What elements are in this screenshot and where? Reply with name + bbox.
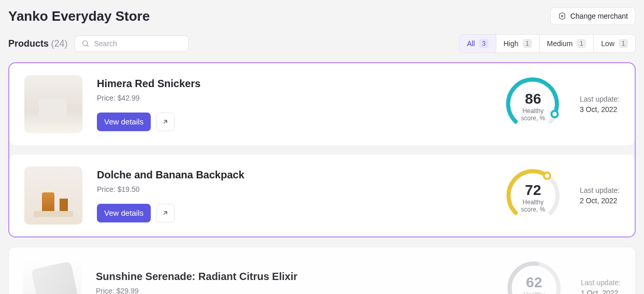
last-update-label: Last update: [581,278,621,287]
last-update-label: Last update: [580,186,620,194]
products-count: (24) [51,38,67,49]
filter-count-badge: 3 [479,39,489,48]
products-label: Products [8,38,49,49]
healthy-score-gauge: 86 Healthyscore, % [504,75,562,133]
filter-medium[interactable]: Medium 1 [539,35,594,52]
score-label: Healthyscore, % [504,107,562,122]
product-thumbnail [24,166,82,225]
search-input[interactable] [94,39,182,48]
filter-low[interactable]: Low 1 [593,35,635,52]
svg-point-6 [544,173,550,179]
svg-point-0 [561,15,563,17]
last-update-value: 1 Oct, 2022 [581,289,621,294]
filter-label: Low [601,39,614,48]
external-link-icon [162,209,169,217]
filter-count-badge: 1 [577,39,586,48]
score-value: 86 [504,91,562,107]
score-label: Healthyscore, % [504,199,562,214]
filter-label: High [504,39,519,48]
product-title: Dolche and Banana Backpack [97,169,490,181]
filter-count-badge: 1 [619,39,628,48]
product-thumbnail [24,75,82,133]
healthy-score-gauge: 62 Healthy [505,259,563,294]
open-external-button[interactable] [156,204,175,222]
products-heading: Products (24) [8,38,67,49]
change-merchant-label: Change merchant [570,12,628,20]
svg-line-3 [164,120,167,123]
product-price: Price: $42.99 [97,94,490,102]
svg-line-2 [87,45,89,47]
last-update-label: Last update: [580,95,620,103]
product-title: Sunshine Serenade: Radiant Citrus Elixir [96,271,491,283]
healthy-score-gauge: 72 Healthyscore, % [504,166,562,225]
view-details-button[interactable]: Vew details [97,113,151,131]
view-details-button[interactable]: Vew details [97,204,151,222]
filter-high[interactable]: High 1 [496,35,539,52]
product-card: Dolche and Banana Backpack Price: $19.50… [9,155,635,236]
product-card: Sunshine Serenade: Radiant Citrus Elixir… [8,247,636,294]
filter-group: All 3 High 1 Medium 1 Low 1 [459,34,636,53]
svg-point-1 [83,41,88,46]
open-external-button[interactable] [156,113,175,131]
search-icon [81,39,90,48]
product-card: Himera Red Snickers Price: $42.99 Vew de… [9,63,635,145]
product-price: Price: $19.50 [97,185,490,193]
change-merchant-button[interactable]: Change merchant [550,7,636,25]
score-value: 62 [505,274,563,291]
external-link-icon [162,118,169,125]
store-title: Yanko Everyday Store [8,8,150,24]
filter-all[interactable]: All 3 [460,35,496,52]
product-price: Price: $29.99 [96,287,491,295]
svg-line-5 [164,212,167,215]
score-value: 72 [504,182,562,199]
highlighted-product-group: Himera Red Snickers Price: $42.99 Vew de… [8,62,636,237]
merchant-icon [558,12,566,20]
filter-label: All [467,39,475,48]
filter-count-badge: 1 [523,39,532,48]
last-update-value: 2 Oct, 2022 [580,197,620,205]
filter-label: Medium [547,39,573,48]
score-label: Healthy [505,291,563,294]
last-update-value: 3 Oct, 2022 [580,105,620,114]
product-title: Himera Red Snickers [97,78,490,90]
search-input-wrap[interactable] [75,35,189,52]
product-thumbnail [23,259,81,294]
